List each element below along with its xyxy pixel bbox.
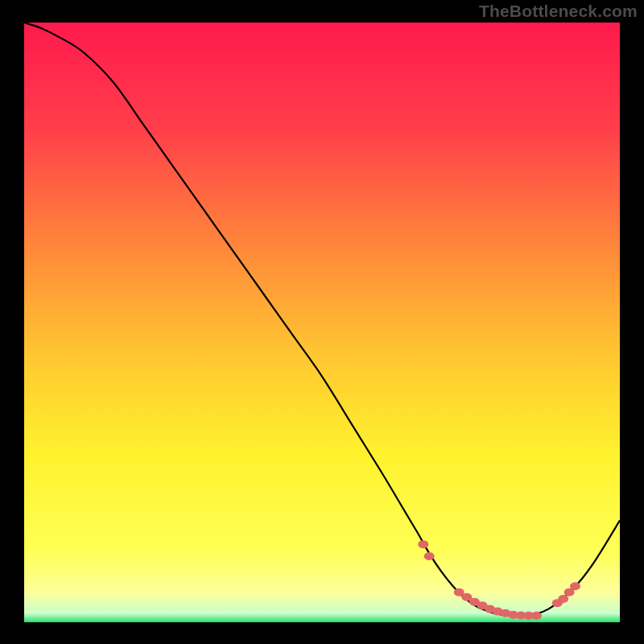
chart-container: TheBottleneck.com [0, 0, 644, 644]
marker-point [418, 540, 428, 548]
marker-point [570, 582, 580, 590]
plot-background [24, 23, 620, 622]
marker-point [424, 552, 435, 560]
marker-point [558, 595, 568, 603]
marker-point [531, 612, 542, 620]
watermark-text: TheBottleneck.com [479, 2, 638, 21]
bottleneck-chart [0, 0, 644, 644]
